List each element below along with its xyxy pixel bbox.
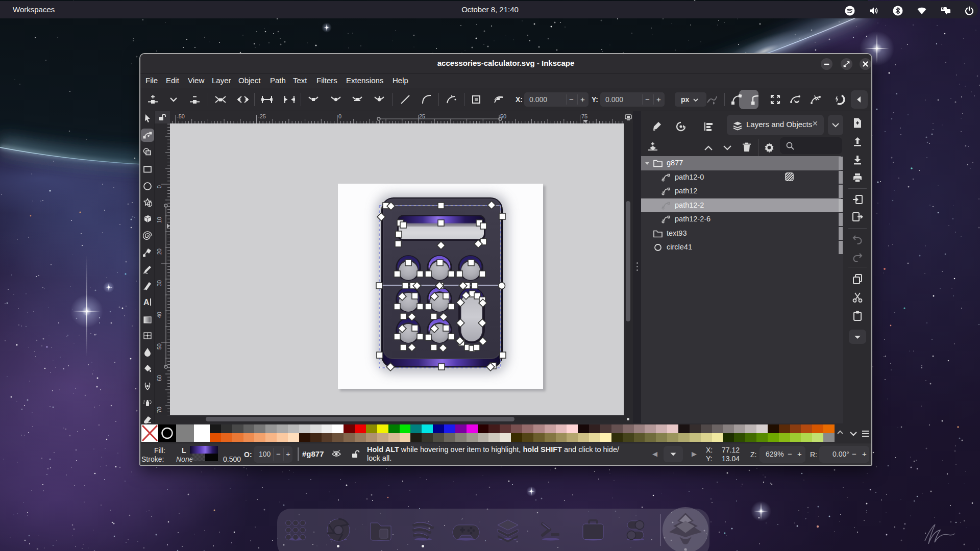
svg-text:20: 20 <box>156 248 162 255</box>
svg-text:50: 50 <box>156 343 162 349</box>
svg-text:40: 40 <box>156 312 162 318</box>
svg-text:10: 10 <box>156 217 162 223</box>
svg-text:0: 0 <box>338 113 341 119</box>
svg-text:60: 60 <box>156 375 162 381</box>
svg-text:-50: -50 <box>177 113 185 119</box>
svg-text:75: 75 <box>581 113 587 119</box>
svg-text:70: 70 <box>156 407 162 413</box>
svg-text:A: A <box>143 298 150 307</box>
svg-text:-25: -25 <box>258 113 266 119</box>
svg-text:30: 30 <box>156 280 162 286</box>
svg-text:25: 25 <box>419 113 425 119</box>
svg-text:0: 0 <box>156 185 162 188</box>
svg-text:50: 50 <box>500 113 506 119</box>
